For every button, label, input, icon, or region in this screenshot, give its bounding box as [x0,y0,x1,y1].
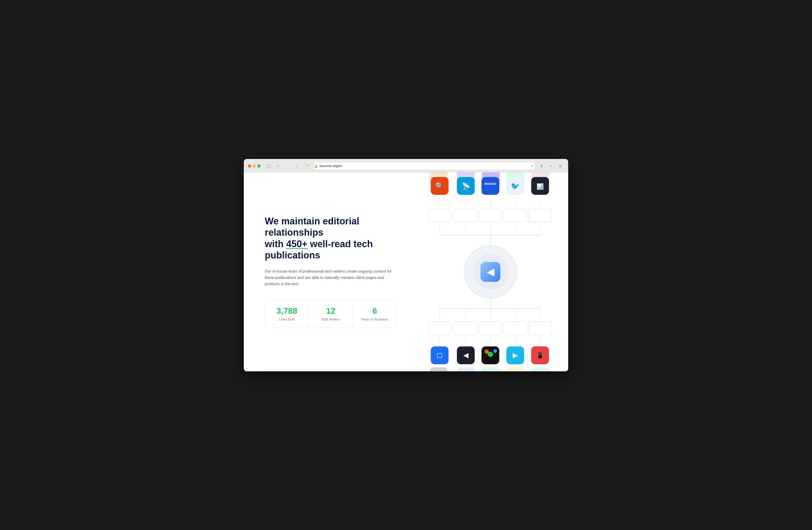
svg-rect-69 [482,367,499,371]
stat-b2b-writers: 12 B2B Writers [309,300,353,327]
svg-rect-49 [481,177,499,195]
years-number: 6 [372,306,377,316]
svg-text:◀: ◀ [463,351,468,359]
nav-buttons: ‹ › [285,162,300,170]
highlight-text: 450+ [286,239,307,249]
maximize-button[interactable] [257,165,261,168]
forward-button[interactable]: › [293,162,300,170]
svg-text:📱: 📱 [537,352,544,359]
connection-diagram: ◀ 🔍 📡 INSIDER [412,172,568,371]
b2b-writers-number: 12 [326,306,336,316]
svg-text:🐦: 🐦 [511,182,520,190]
svg-rect-15 [528,209,551,222]
svg-rect-9 [479,209,502,222]
svg-rect-71 [532,367,549,371]
svg-rect-34 [528,322,551,335]
new-tab-button[interactable]: + [547,162,555,170]
svg-rect-0 [267,164,271,168]
svg-rect-28 [479,322,502,335]
minimize-button[interactable] [253,165,256,168]
page-content: We maintain editorial relationships with… [244,172,568,371]
svg-rect-6 [454,209,477,222]
svg-text:INSIDER: INSIDER [484,182,496,185]
svg-text:📊: 📊 [537,183,544,190]
main-heading: We maintain editorial relationships with… [265,215,397,261]
right-section: ◀ 🔍 📡 INSIDER [412,172,568,371]
stats-card: 3,788 Links Built 12 B2B Writers 6 Years… [265,299,397,328]
stat-links-built: 3,788 Links Built [265,300,309,327]
svg-text:▶: ▶ [512,351,518,359]
back-button[interactable]: ‹ [285,162,292,170]
svg-rect-22 [428,322,451,335]
browser-window: ▾ ‹ › 🛡 🔒 bluetree.digital ↻ ⬆ + ⧉ We ma… [244,159,568,371]
svg-rect-31 [504,322,526,335]
links-built-label: Links Built [279,317,294,321]
chevron-down-icon[interactable]: ▾ [274,163,281,169]
svg-rect-12 [504,209,526,222]
svg-rect-3 [428,209,451,222]
years-label: Years In Business [361,317,389,321]
tabs-overview-button[interactable]: ⧉ [557,162,564,170]
reload-button[interactable]: ↻ [531,164,533,168]
window-controls: ▾ [265,163,281,169]
svg-text:🔍: 🔍 [435,182,444,190]
close-button[interactable] [248,165,251,168]
svg-text:📡: 📡 [462,182,470,190]
b2b-writers-label: B2B Writers [322,317,340,321]
traffic-lights [248,165,261,168]
svg-rect-67 [430,367,447,371]
sidebar-toggle[interactable] [265,163,273,169]
svg-point-61 [488,352,493,357]
svg-rect-70 [506,367,524,371]
browser-chrome: ▾ ‹ › 🛡 🔒 bluetree.digital ↻ ⬆ + ⧉ [244,159,568,172]
subtext: Our in-house team of professional tech w… [265,268,395,287]
svg-point-62 [493,349,497,353]
share-button[interactable]: ⬆ [538,162,545,170]
lock-icon: 🔒 [314,164,318,168]
left-section: We maintain editorial relationships with… [244,172,412,371]
browser-actions: ⬆ + ⧉ [538,162,564,170]
address-bar[interactable]: 🔒 bluetree.digital ↻ [314,162,535,170]
stat-years-in-business: 6 Years In Business [353,300,396,327]
svg-text:◀: ◀ [486,267,494,277]
svg-rect-25 [454,322,477,335]
svg-rect-68 [457,367,475,371]
links-built-number: 3,788 [276,306,297,316]
shield-icon: 🛡 [303,162,311,170]
url-text: bluetree.digital [320,164,342,168]
svg-text:◻: ◻ [437,351,443,359]
